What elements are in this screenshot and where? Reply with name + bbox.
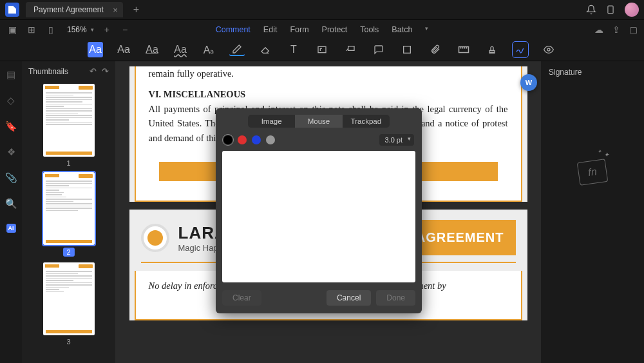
zoom-value: 156% — [67, 25, 87, 34]
attach-tool[interactable] — [428, 42, 443, 57]
zoom-in-button[interactable]: + — [102, 25, 112, 35]
sidebar-toggle-icon[interactable]: ▣ — [6, 25, 18, 35]
document-tab[interactable]: Payment Agreement × — [26, 2, 123, 17]
chevron-down-icon: ▾ — [91, 26, 94, 33]
word-export-icon[interactable]: W — [520, 74, 537, 91]
left-sidebar: ▤ ◇ 🔖 ❖ 📎 🔍 AI — [0, 61, 22, 363]
svg-rect-4 — [404, 46, 411, 54]
bookmark-icon[interactable]: 🔖 — [5, 121, 17, 132]
device-icon[interactable] — [605, 5, 616, 15]
svg-rect-2 — [318, 46, 326, 52]
modal-tools: 3.0 pt — [222, 134, 415, 146]
thumbnail-page-1[interactable]: 1 — [43, 84, 95, 167]
eraser-tool[interactable] — [258, 42, 273, 57]
company-logo — [141, 224, 169, 252]
tab-mouse[interactable]: Mouse — [295, 115, 342, 128]
menu-protect[interactable]: Protect — [322, 25, 348, 34]
add-tab-button[interactable]: + — [129, 4, 143, 15]
rotate-left-icon[interactable]: ↶ — [90, 66, 97, 76]
signature-panel-title: Signature — [549, 68, 636, 77]
svg-rect-0 — [608, 6, 613, 14]
main-menu: Comment Edit Form Protect Tools Batch ▾ — [216, 25, 429, 34]
user-avatar[interactable] — [625, 3, 639, 17]
pencil-tool[interactable] — [229, 43, 245, 56]
app-icon — [5, 3, 19, 17]
comment-toolbar: Aa Aa Aa Aa Aₐ T — [0, 39, 644, 61]
attachment-icon[interactable]: 📎 — [5, 172, 17, 184]
bell-icon[interactable] — [586, 5, 596, 15]
chevron-down-icon: ▾ — [425, 25, 428, 34]
thumbnail-page-2[interactable]: 2 — [43, 172, 95, 257]
text-tool[interactable]: T — [286, 42, 301, 57]
menu-edit[interactable]: Edit — [263, 25, 278, 34]
ai-icon[interactable]: AI — [6, 224, 16, 233]
thumb-number: 3 — [43, 338, 95, 346]
search-icon[interactable]: 🔍 — [5, 198, 17, 210]
signature-modal: Image Mouse Trackpad 3.0 pt Clear Cancel… — [216, 108, 422, 313]
zoom-control[interactable]: 156% ▾ — [67, 25, 94, 34]
tab-trackpad[interactable]: Trackpad — [343, 115, 390, 128]
color-gray[interactable] — [266, 135, 275, 144]
cancel-button[interactable]: Cancel — [327, 290, 371, 306]
share-icon[interactable]: ⇪ — [612, 25, 620, 35]
hide-tool[interactable] — [541, 42, 556, 57]
grid-view-icon[interactable]: ⊞ — [26, 25, 37, 35]
svg-point-6 — [547, 48, 550, 51]
color-blue[interactable] — [252, 135, 261, 144]
note-tool[interactable] — [371, 42, 386, 57]
signature-tool[interactable] — [513, 42, 528, 57]
close-tab-icon[interactable]: × — [113, 5, 118, 15]
textbox-tool[interactable] — [314, 42, 330, 57]
clear-button[interactable]: Clear — [222, 290, 261, 306]
menu-comment[interactable]: Comment — [216, 25, 251, 34]
comment-panel-icon[interactable]: ◇ — [7, 95, 15, 106]
page-layout-icon[interactable]: ▯ — [45, 25, 57, 35]
stamp-tool[interactable] — [484, 42, 500, 57]
rotate-right-icon[interactable]: ↷ — [102, 66, 109, 76]
signature-canvas[interactable] — [222, 151, 415, 282]
layers-icon[interactable]: ❖ — [7, 146, 15, 158]
measure-tool[interactable] — [456, 42, 471, 57]
shape-tool[interactable] — [399, 42, 415, 57]
menu-batch[interactable]: Batch — [392, 25, 412, 34]
color-black[interactable] — [223, 135, 232, 144]
color-red[interactable] — [238, 135, 247, 144]
squiggly-tool[interactable]: Aa — [173, 42, 188, 57]
cloud-icon[interactable]: ☁ — [594, 25, 603, 35]
titlebar: Payment Agreement × + — [0, 0, 644, 19]
save-icon[interactable]: ▢ — [629, 25, 638, 35]
tab-title: Payment Agreement — [33, 5, 104, 14]
thumbnail-icon[interactable]: ▤ — [6, 69, 15, 81]
signature-empty-state: fn — [549, 161, 636, 184]
highlight-tool[interactable]: Aa — [88, 42, 103, 57]
zoom-out-button[interactable]: − — [120, 25, 130, 35]
thumb-number: 1 — [43, 159, 95, 167]
signature-panel: Signature fn — [541, 61, 644, 363]
underline-tool[interactable]: Aa — [144, 42, 160, 57]
svg-rect-3 — [348, 46, 354, 51]
thickness-select[interactable]: 3.0 pt — [379, 134, 414, 146]
doc-text: remain fully operative. — [149, 66, 508, 81]
thumbnails-panel: Thumbnails ↶ ↷ 1 2 3 — [22, 61, 115, 363]
done-button[interactable]: Done — [376, 290, 415, 306]
tab-image[interactable]: Image — [248, 115, 295, 128]
thumbnail-page-3[interactable]: 3 — [43, 262, 95, 346]
callout-tool[interactable] — [343, 42, 358, 57]
modal-tabs: Image Mouse Trackpad — [248, 115, 390, 128]
doc-heading: VI. MISCELLANEOUS — [149, 87, 508, 101]
viewbar: ▣ ⊞ ▯ 156% ▾ + − Comment Edit Form Prote… — [0, 19, 644, 39]
strikethrough-tool[interactable]: Aa — [116, 42, 131, 57]
thumbnails-title: Thumbnails — [28, 67, 68, 76]
menu-form[interactable]: Form — [290, 25, 308, 34]
caret-tool[interactable]: Aₐ — [201, 42, 216, 57]
signature-frame-icon: fn — [577, 159, 609, 186]
menu-tools[interactable]: Tools — [360, 25, 379, 34]
thumb-number: 2 — [62, 248, 74, 257]
